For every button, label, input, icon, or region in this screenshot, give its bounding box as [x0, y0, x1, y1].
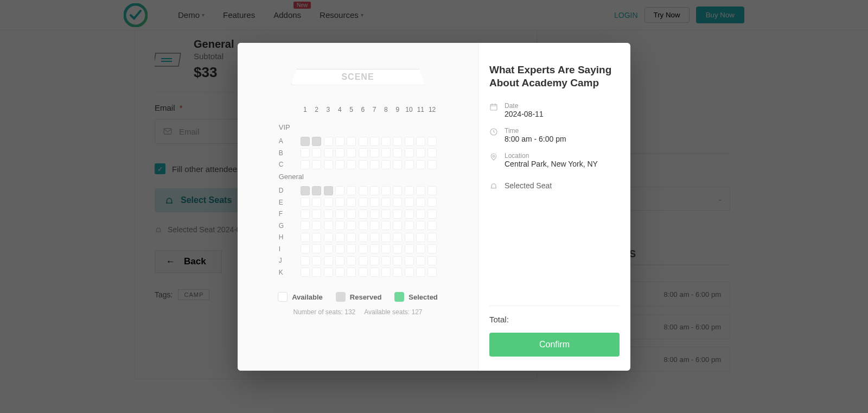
- seat-K8[interactable]: [381, 268, 391, 277]
- seat-E3[interactable]: [324, 198, 333, 207]
- seat-E10[interactable]: [405, 198, 414, 207]
- seat-B7[interactable]: [370, 148, 379, 157]
- seat-K4[interactable]: [335, 268, 344, 277]
- seat-K6[interactable]: [359, 268, 368, 277]
- seat-D4[interactable]: [335, 186, 344, 195]
- seat-J3[interactable]: [324, 256, 333, 265]
- seat-E1[interactable]: [301, 198, 310, 207]
- seat-F7[interactable]: [370, 209, 379, 219]
- seat-H5[interactable]: [347, 233, 356, 242]
- seat-E7[interactable]: [370, 198, 379, 207]
- seat-A10[interactable]: [405, 137, 414, 146]
- seat-I5[interactable]: [347, 244, 356, 253]
- seat-J2[interactable]: [312, 256, 321, 265]
- seat-H4[interactable]: [335, 233, 344, 242]
- seat-K3[interactable]: [324, 268, 333, 277]
- seat-F9[interactable]: [393, 209, 402, 219]
- seat-A5[interactable]: [347, 137, 356, 146]
- seat-E11[interactable]: [416, 198, 425, 207]
- seat-C7[interactable]: [370, 160, 379, 169]
- seat-F1[interactable]: [301, 209, 310, 219]
- seat-B9[interactable]: [393, 148, 402, 157]
- seat-G3[interactable]: [324, 221, 333, 230]
- seat-G5[interactable]: [347, 221, 356, 230]
- seat-B3[interactable]: [324, 148, 333, 157]
- seat-E12[interactable]: [427, 198, 437, 207]
- seat-B11[interactable]: [416, 148, 425, 157]
- seat-B8[interactable]: [381, 148, 391, 157]
- seat-A11[interactable]: [416, 137, 425, 146]
- seat-H9[interactable]: [393, 233, 402, 242]
- seat-C9[interactable]: [393, 160, 402, 169]
- seat-C10[interactable]: [405, 160, 414, 169]
- seat-K12[interactable]: [427, 268, 437, 277]
- seat-J1[interactable]: [301, 256, 310, 265]
- seat-F5[interactable]: [347, 209, 356, 219]
- seat-F2[interactable]: [312, 209, 321, 219]
- seat-G10[interactable]: [405, 221, 414, 230]
- seat-B6[interactable]: [359, 148, 368, 157]
- seat-A6[interactable]: [359, 137, 368, 146]
- seat-D7[interactable]: [370, 186, 379, 195]
- seat-G2[interactable]: [312, 221, 321, 230]
- seat-D10[interactable]: [405, 186, 414, 195]
- seat-I4[interactable]: [335, 244, 344, 253]
- seat-B1[interactable]: [301, 148, 310, 157]
- seat-I6[interactable]: [359, 244, 368, 253]
- seat-C6[interactable]: [359, 160, 368, 169]
- seat-C1[interactable]: [301, 160, 310, 169]
- seat-A12[interactable]: [427, 137, 437, 146]
- seat-H2[interactable]: [312, 233, 321, 242]
- seat-F6[interactable]: [359, 209, 368, 219]
- seat-A8[interactable]: [381, 137, 391, 146]
- seat-G6[interactable]: [359, 221, 368, 230]
- modal-overlay[interactable]: SCENE 123456789101112 VIPABCGeneralDEFGH…: [0, 0, 868, 413]
- seat-B10[interactable]: [405, 148, 414, 157]
- seat-B4[interactable]: [335, 148, 344, 157]
- seat-H10[interactable]: [405, 233, 414, 242]
- seat-E6[interactable]: [359, 198, 368, 207]
- seat-D9[interactable]: [393, 186, 402, 195]
- seat-I9[interactable]: [393, 244, 402, 253]
- seat-J9[interactable]: [393, 256, 402, 265]
- seat-H12[interactable]: [427, 233, 437, 242]
- seat-F12[interactable]: [427, 209, 437, 219]
- seat-J8[interactable]: [381, 256, 391, 265]
- seat-C8[interactable]: [381, 160, 391, 169]
- seat-C5[interactable]: [347, 160, 356, 169]
- seat-D11[interactable]: [416, 186, 425, 195]
- seat-C11[interactable]: [416, 160, 425, 169]
- seat-D12[interactable]: [427, 186, 437, 195]
- seat-B2[interactable]: [312, 148, 321, 157]
- seat-E5[interactable]: [347, 198, 356, 207]
- seat-J12[interactable]: [427, 256, 437, 265]
- seat-I7[interactable]: [370, 244, 379, 253]
- seat-E2[interactable]: [312, 198, 321, 207]
- seat-H8[interactable]: [381, 233, 391, 242]
- seat-J4[interactable]: [335, 256, 344, 265]
- seat-C3[interactable]: [324, 160, 333, 169]
- seat-H11[interactable]: [416, 233, 425, 242]
- seat-H6[interactable]: [359, 233, 368, 242]
- seat-K10[interactable]: [405, 268, 414, 277]
- seat-I1[interactable]: [301, 244, 310, 253]
- seat-K5[interactable]: [347, 268, 356, 277]
- seat-G12[interactable]: [427, 221, 437, 230]
- seat-G7[interactable]: [370, 221, 379, 230]
- seat-B5[interactable]: [347, 148, 356, 157]
- seat-F4[interactable]: [335, 209, 344, 219]
- seat-H3[interactable]: [324, 233, 333, 242]
- seat-K2[interactable]: [312, 268, 321, 277]
- seat-A9[interactable]: [393, 137, 402, 146]
- seat-J11[interactable]: [416, 256, 425, 265]
- seat-I12[interactable]: [427, 244, 437, 253]
- seat-F8[interactable]: [381, 209, 391, 219]
- seat-I10[interactable]: [405, 244, 414, 253]
- seat-K11[interactable]: [416, 268, 425, 277]
- seat-G8[interactable]: [381, 221, 391, 230]
- seat-C2[interactable]: [312, 160, 321, 169]
- seat-E4[interactable]: [335, 198, 344, 207]
- seat-I2[interactable]: [312, 244, 321, 253]
- seat-G4[interactable]: [335, 221, 344, 230]
- seat-F3[interactable]: [324, 209, 333, 219]
